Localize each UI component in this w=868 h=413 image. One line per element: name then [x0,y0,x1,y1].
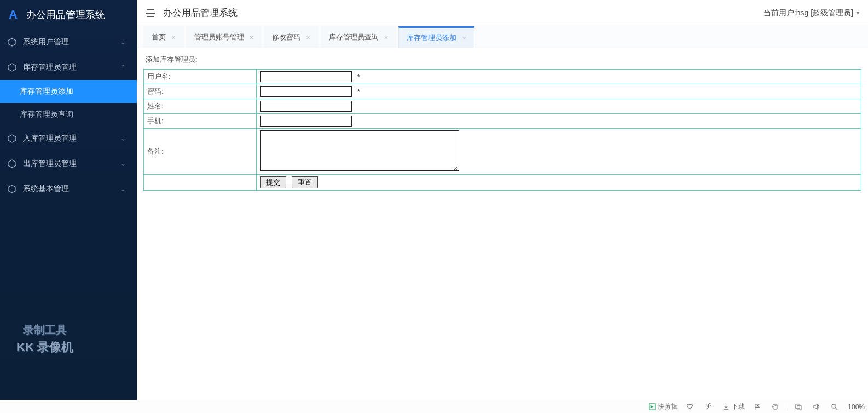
tab-inventory-query[interactable]: 库存管理员查询 × [321,26,397,48]
password-input[interactable] [260,86,352,97]
required-mark: * [357,73,360,81]
empty-cell [144,175,257,191]
chevron-down-icon: ⌄ [120,38,126,46]
sidebar-subitem-label: 库存管理员查询 [20,110,73,118]
field-label-username: 用户名: [144,70,257,84]
field-cell: * [257,70,861,84]
main: 办公用品管理系统 当前用户:hsg [超级管理员] ▾ 首页 × 管理员账号管理… [137,0,868,400]
tab-inventory-add[interactable]: 库存管理员添加 × [398,26,474,48]
statusbar-flag-icon[interactable] [754,403,763,410]
field-cell [257,114,861,129]
sidebar-subitem-inventory-query[interactable]: 库存管理员查询 [0,103,137,126]
name-input[interactable] [260,101,352,112]
close-icon[interactable]: × [384,33,389,42]
username-input[interactable] [260,71,352,82]
form-table: 用户名: * 密码: * 姓名: 手机: [143,69,861,191]
chevron-up-icon: ⌃ [120,64,126,71]
statusbar-quickedit-label: 快剪辑 [658,402,678,411]
sidebar: A 办公用品管理系统 系统用户管理 ⌄ 库存管理员管理 ⌃ 库存管理员添加 库存… [0,0,137,400]
statusbar-pin-icon[interactable] [704,403,714,410]
svg-marker-0 [8,38,16,46]
tab-label: 首页 [152,32,166,42]
svg-marker-4 [8,185,16,193]
statusbar-heart-icon[interactable] [686,403,696,410]
scissors-icon [649,403,656,410]
cube-icon [8,38,16,47]
field-label-remark: 备注: [144,129,257,175]
svg-line-11 [836,408,838,410]
svg-rect-8 [796,404,800,408]
cube-icon [8,134,16,143]
statusbar: 快剪辑 下载 [0,400,868,413]
flag-icon [754,403,761,410]
sidebar-subitem-inventory-add[interactable]: 库存管理员添加 [0,80,137,103]
field-label-password: 密码: [144,84,257,99]
close-icon[interactable]: × [171,33,176,42]
heart-icon [686,403,693,410]
statusbar-quickedit[interactable]: 快剪辑 [649,402,678,411]
cube-icon [8,63,16,72]
watermark-line2: KK 录像机 [16,338,73,356]
sidebar-header: A 办公用品管理系统 [0,0,137,30]
sidebar-item-system-users[interactable]: 系统用户管理 ⌄ [0,30,137,55]
table-row: 手机: [144,114,861,129]
chevron-down-icon: ▾ [857,10,859,16]
app-title: 办公用品管理系统 [26,8,105,21]
sidebar-item-label: 出库管理员管理 [23,159,77,169]
tab-admin-accounts[interactable]: 管理员账号管理 × [186,26,262,48]
topbar: 办公用品管理系统 当前用户:hsg [超级管理员] ▾ [137,0,868,26]
topbar-title: 办公用品管理系统 [163,7,238,19]
statusbar-copy-icon[interactable] [795,403,804,410]
svg-rect-9 [797,406,801,410]
reset-button[interactable]: 重置 [292,176,318,188]
statusbar-zoom-icon[interactable] [831,403,840,410]
chevron-down-icon: ⌄ [120,185,126,193]
svg-marker-2 [8,135,16,142]
download-icon [722,403,730,410]
cube-icon [8,159,16,168]
current-user-label: 当前用户:hsg [超级管理员] [763,8,853,18]
svg-marker-3 [8,160,16,168]
field-label-phone: 手机: [144,114,257,129]
tab-label: 库存管理员添加 [407,33,456,43]
separator [788,403,788,411]
statusbar-sound-icon[interactable] [813,403,822,410]
tab-change-password[interactable]: 修改密码 × [264,26,319,48]
cube-icon [8,185,16,193]
svg-point-10 [832,404,836,408]
remark-textarea[interactable] [260,130,459,171]
close-icon[interactable]: × [462,34,466,42]
submit-button[interactable]: 提交 [260,176,286,188]
topbar-left: 办公用品管理系统 [146,7,238,19]
close-icon[interactable]: × [250,33,254,42]
field-cell [257,99,861,114]
sidebar-item-inbound-admin[interactable]: 入库管理员管理 ⌄ [0,126,137,151]
sidebar-item-system-basic[interactable]: 系统基本管理 ⌄ [0,176,137,202]
tab-home[interactable]: 首页 × [143,26,184,48]
table-row: 用户名: * [144,70,861,84]
statusbar-download[interactable]: 下载 [722,402,745,411]
sidebar-item-inventory-admin[interactable]: 库存管理员管理 ⌃ [0,55,137,80]
svg-marker-6 [651,405,654,409]
zoom-icon [831,403,838,410]
phone-input[interactable] [260,116,352,127]
copy-icon [795,403,802,410]
tab-label: 管理员账号管理 [194,32,244,42]
form-title: 添加库存管理员: [143,55,861,65]
ie-icon [772,403,779,410]
close-icon[interactable]: × [306,33,310,42]
tabs: 首页 × 管理员账号管理 × 修改密码 × 库存管理员查询 × 库存管理员添加 … [137,26,868,48]
svg-marker-1 [8,64,16,71]
chevron-down-icon: ⌄ [120,135,126,142]
table-row: 密码: * [144,84,861,99]
sidebar-item-label: 入库管理员管理 [23,134,77,144]
tab-label: 修改密码 [272,32,300,42]
current-user-dropdown[interactable]: 当前用户:hsg [超级管理员] ▾ [763,8,859,18]
field-cell: * [257,84,861,99]
sidebar-item-outbound-admin[interactable]: 出库管理员管理 ⌄ [0,151,137,176]
statusbar-ie-icon[interactable] [772,403,781,410]
pin-icon [704,403,711,410]
menu-toggle-icon[interactable] [146,9,155,17]
sidebar-item-label: 库存管理员管理 [23,62,77,72]
app-logo-icon: A [9,8,18,22]
